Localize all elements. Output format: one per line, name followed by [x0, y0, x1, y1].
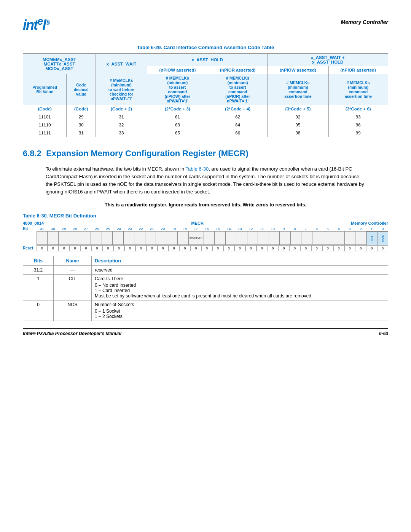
formula-code1: (Code)	[23, 105, 67, 113]
reset-cell: 0	[377, 245, 388, 251]
col-header-2: x_ASST_WAIT	[96, 54, 147, 74]
reset-cell: 0	[322, 245, 333, 251]
reset-cell: 0	[366, 245, 377, 251]
reset-cell: 0	[91, 245, 102, 251]
bit-number-cell: 6	[311, 227, 322, 231]
reset-cell: 0	[201, 245, 212, 251]
sub-col-programmed: ProgrammedBit Value	[23, 74, 67, 105]
bit-def-name: —	[54, 265, 92, 274]
reset-cell: 0	[289, 245, 300, 251]
reg-cell-reserved	[226, 232, 236, 245]
col-description: Description	[92, 256, 388, 265]
reset-cell: 0	[278, 245, 289, 251]
bit-def-description: reserved	[92, 265, 388, 274]
reset-cell: 0	[179, 245, 190, 251]
bit-number-cell: 31	[37, 227, 48, 231]
reset-cell: 0	[158, 245, 169, 251]
reset-row: Reset 00000000000000000000000000000000	[23, 245, 388, 251]
reg-cell-reserved	[48, 232, 58, 245]
table-cell: 11101	[23, 113, 67, 121]
reg-cell-reserved	[280, 232, 290, 245]
register-cells: reservedCITNOS	[37, 231, 388, 245]
table-cell: 62	[208, 113, 267, 121]
reg-cell-reserved: reserved	[189, 232, 204, 245]
reg-cell-reserved	[134, 232, 145, 245]
reg-cell-reserved	[301, 232, 312, 245]
bit-number-cell: 13	[234, 227, 245, 231]
reg-cell-reserved	[69, 232, 80, 245]
table-row: 11101293161629293	[23, 113, 388, 121]
bit-number-cell: 18	[179, 227, 190, 231]
section-heading: 6.8.2 Expansion Memory Configuration Reg…	[23, 149, 388, 158]
bit-number-row: Bit 313029282726252423222120191817161514…	[23, 227, 388, 231]
reset-cell: 0	[48, 245, 59, 251]
header-title: Memory Controller	[341, 15, 388, 25]
footer-right: 6-63	[379, 331, 388, 336]
bit-def-row: 0NOSNumber-of-Sockets0 – 1 Socket1 – 2 S…	[23, 300, 388, 321]
col-header-3: x_ASST_HOLD	[147, 54, 268, 66]
table-29-title: Table 6-29. Card Interface Command Asser…	[23, 45, 388, 50]
intel-logo: intel®	[23, 15, 49, 33]
reg-cell-reserved	[102, 232, 113, 245]
reset-cell: 0	[333, 245, 344, 251]
reg-cell-reserved	[124, 232, 134, 245]
reset-cell: 0	[212, 245, 223, 251]
bit-number-cell: 20	[158, 227, 169, 231]
sub-col-assertion2: # MEMCLKs(minimum)commandassertion time	[328, 74, 388, 105]
reset-cell: 0	[311, 245, 322, 251]
bit-number-cell: 11	[256, 227, 268, 231]
reset-cell: 0	[169, 245, 180, 251]
reset-cells: 00000000000000000000000000000000	[37, 245, 388, 251]
reg-cell-reserved	[312, 232, 323, 245]
reg-top-row: 4800_0014 MECR Memory Controller	[23, 221, 388, 225]
bit-def-name: NOS	[54, 300, 92, 321]
reg-cell-reserved	[145, 232, 156, 245]
col-header-4a: (nPIOW asserted)	[268, 66, 328, 74]
table30-link[interactable]: Table 6-30	[186, 166, 209, 172]
reg-cell-reserved	[334, 232, 345, 245]
col-header-1: MCMEMx_ASST MCATTx_ASST MCIOx_ASST	[23, 54, 96, 74]
formula-3: (2*Code + 3)	[147, 105, 208, 113]
reg-cell-reserved	[113, 232, 123, 245]
table-cell: 99	[328, 129, 388, 137]
section-682: 6.8.2 Expansion Memory Configuration Reg…	[23, 149, 388, 321]
sub-col-memclks-pior: # MEMCLKs(minimum)to assertcommand(nPIOR…	[208, 74, 267, 105]
table-30-title: Table 6-30. MECR Bit Definition	[23, 213, 388, 219]
reset-cell: 0	[300, 245, 311, 251]
table-cell: 66	[208, 129, 267, 137]
table-cell: 32	[96, 121, 147, 129]
reg-cell-reserved	[91, 232, 102, 245]
reset-cell: 0	[59, 245, 70, 251]
bit-number-cells: 3130292827262524232221201918171615141312…	[37, 227, 388, 231]
reg-spacer	[23, 231, 37, 245]
formula-code2: (Code)	[67, 105, 96, 113]
reg-cell-reserved	[269, 232, 280, 245]
table-cell: 33	[96, 129, 147, 137]
table-cell: 31	[96, 113, 147, 121]
reset-cell: 0	[245, 245, 256, 251]
reg-cell-reserved	[59, 232, 69, 245]
bit-def-bits: 0	[23, 300, 54, 321]
sub-col-code-decimal: Codedecimalvalue	[67, 74, 96, 105]
sub-col-memclks-wait: # MEMCLKs(minimum)to wait beforechecking…	[96, 74, 147, 105]
bit-number-cell: 24	[113, 227, 124, 231]
reg-cell-reserved	[236, 232, 247, 245]
bit-number-cell: 1	[366, 227, 377, 231]
reg-cell-reserved	[323, 232, 334, 245]
reg-address: 4800_0014	[23, 221, 44, 225]
table-cell: 29	[67, 113, 96, 121]
bit-number-cell: 29	[59, 227, 70, 231]
bit-number-cell: 9	[278, 227, 289, 231]
bit-number-cell: 19	[169, 227, 180, 231]
bit-number-cell: 7	[300, 227, 311, 231]
formula-4: (2*Code + 4)	[208, 105, 267, 113]
reg-cell-reserved	[258, 232, 269, 245]
bit-number-cell: 23	[124, 227, 135, 231]
bit-def-description: Number-of-Sockets0 – 1 Socket1 – 2 Socke…	[92, 300, 388, 321]
col-bits: Bits	[23, 256, 54, 265]
reset-cell: 0	[234, 245, 245, 251]
bit-def-bits: 1	[23, 274, 54, 300]
bit-number-cell: 17	[190, 227, 201, 231]
bit-number-cell: 28	[70, 227, 81, 231]
table-30-section: Table 6-30. MECR Bit Definition 4800_001…	[23, 213, 388, 321]
